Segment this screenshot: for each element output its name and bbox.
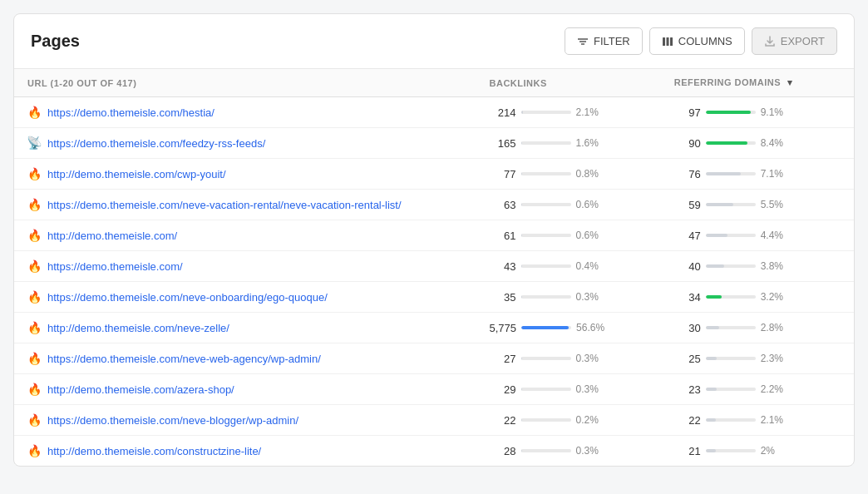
url-link[interactable]: http://demo.themeisle.com/cwp-youit/: [47, 168, 226, 180]
backlinks-cell: 63 0.6%: [476, 190, 661, 220]
referring-cell: 97 9.1%: [661, 97, 854, 128]
backlinks-cell: 61 0.6%: [476, 220, 661, 251]
backlinks-pct: 0.6%: [576, 199, 606, 210]
backlinks-bar-fill: [521, 326, 569, 329]
url-link[interactable]: https://demo.themeisle.com/: [47, 260, 183, 273]
svg-rect-4: [666, 37, 668, 46]
referring-bar-fill: [706, 172, 742, 175]
backlinks-bar-fill: [521, 203, 522, 206]
backlinks-bar-bg: [521, 449, 571, 452]
backlinks-pct: 0.4%: [576, 260, 606, 272]
referring-bar-fill: [706, 357, 718, 360]
favicon: 🔥: [27, 106, 41, 119]
referring-bar-bg: [706, 295, 756, 299]
favicon-icon: 🔥: [27, 198, 42, 211]
table-row: 🔥 https://demo.themeisle.com/hestia/ 214…: [14, 97, 854, 128]
backlinks-cell: 29 0.3%: [476, 374, 661, 405]
backlinks-cell: 43 0.4%: [476, 251, 661, 282]
referring-value: 25: [674, 353, 701, 365]
favicon: 🔥: [27, 198, 41, 211]
backlinks-value: 43: [490, 260, 516, 273]
referring-pct: 8.4%: [761, 137, 791, 149]
table-row: 🔥 https://demo.themeisle.com/neve-web-ag…: [14, 343, 854, 374]
url-link[interactable]: https://demo.themeisle.com/neve-onboardi…: [47, 291, 328, 304]
favicon-icon: 🔥: [27, 167, 42, 180]
referring-bar-fill: [706, 418, 717, 422]
referring-value: 90: [674, 137, 701, 150]
favicon: 🔥: [27, 321, 41, 334]
favicon-icon: 🔥: [27, 259, 42, 273]
url-link[interactable]: https://demo.themeisle.com/neve-web-agen…: [47, 353, 321, 365]
backlinks-value: 61: [490, 230, 516, 242]
col-referring-header[interactable]: REFERRING DOMAINS ▾: [661, 69, 854, 97]
table-row: 🔥 https://demo.themeisle.com/neve-blogge…: [14, 405, 854, 436]
backlinks-value: 35: [490, 291, 516, 304]
export-button[interactable]: EXPORT: [752, 27, 837, 55]
table-row: 🔥 http://demo.themeisle.com/neve-zelle/ …: [14, 313, 854, 343]
referring-pct: 5.5%: [761, 199, 791, 210]
filter-icon: [577, 36, 589, 47]
url-link[interactable]: http://demo.themeisle.com/neve-zelle/: [47, 322, 229, 334]
referring-value: 47: [674, 230, 701, 242]
favicon: 🔥: [27, 290, 41, 304]
favicon-icon: 🔥: [27, 290, 42, 304]
table-row: 🔥 https://demo.themeisle.com/neve-vacati…: [14, 190, 854, 220]
referring-value: 22: [674, 414, 701, 427]
backlinks-pct: 56.6%: [576, 322, 606, 333]
referring-cell: 40 3.8%: [661, 251, 854, 282]
backlinks-pct: 1.6%: [576, 137, 606, 149]
favicon: 📡: [27, 136, 41, 150]
backlinks-bar-bg: [521, 418, 571, 422]
favicon-icon: 🔥: [27, 321, 42, 334]
referring-cell: 47 4.4%: [661, 220, 854, 251]
referring-cell: 23 2.2%: [661, 374, 854, 405]
favicon: 🔥: [27, 167, 41, 180]
favicon-icon: 🔥: [27, 352, 42, 365]
url-link[interactable]: https://demo.themeisle.com/hestia/: [47, 106, 215, 119]
favicon: 🔥: [27, 229, 41, 242]
backlinks-pct: 0.8%: [576, 168, 606, 180]
referring-pct: 2.8%: [761, 322, 791, 333]
backlinks-cell: 214 2.1%: [476, 97, 661, 128]
referring-bar-bg: [706, 357, 756, 360]
header-actions: FILTER COLUMNS EXPORT: [565, 27, 837, 55]
page-header: Pages FILTER COLUMNS: [14, 14, 854, 69]
filter-button[interactable]: FILTER: [565, 27, 643, 55]
backlinks-cell: 27 0.3%: [476, 343, 661, 374]
backlinks-value: 5,775: [490, 322, 517, 334]
referring-pct: 3.2%: [761, 291, 791, 303]
referring-value: 30: [674, 322, 701, 334]
referring-bar-bg: [706, 203, 756, 206]
backlinks-cell: 35 0.3%: [476, 282, 661, 313]
referring-pct: 2%: [761, 445, 791, 457]
backlinks-pct: 2.1%: [576, 106, 606, 118]
url-cell: 🔥 http://demo.themeisle.com/: [14, 220, 476, 251]
backlinks-bar-fill: [521, 172, 522, 175]
backlinks-bar-bg: [521, 141, 571, 145]
table-row: 🔥 http://demo.themeisle.com/constructzin…: [14, 436, 854, 467]
favicon-icon: 🔥: [27, 383, 42, 396]
referring-bar-fill: [706, 234, 727, 237]
page-container: Pages FILTER COLUMNS: [13, 13, 855, 467]
referring-bar-bg: [706, 141, 756, 145]
url-cell: 🔥 http://demo.themeisle.com/cwp-youit/: [14, 159, 476, 190]
url-link[interactable]: https://demo.themeisle.com/neve-vacation…: [47, 199, 402, 211]
backlinks-bar-fill: [521, 141, 523, 145]
url-link[interactable]: https://demo.themeisle.com/feedzy-rss-fe…: [47, 137, 265, 150]
url-link[interactable]: https://demo.themeisle.com/neve-blogger/…: [47, 414, 298, 427]
referring-bar-bg: [706, 172, 756, 175]
referring-cell: 21 2%: [661, 436, 854, 467]
url-link[interactable]: http://demo.themeisle.com/constructzine-…: [47, 445, 261, 457]
url-cell: 🔥 http://demo.themeisle.com/constructzin…: [14, 436, 476, 467]
data-table: URL (1-20 OUT OF 417) BACKLINKS REFERRIN…: [14, 69, 854, 466]
referring-bar-bg: [706, 388, 756, 391]
table-container: URL (1-20 OUT OF 417) BACKLINKS REFERRIN…: [14, 69, 854, 466]
url-link[interactable]: http://demo.themeisle.com/azera-shop/: [47, 383, 234, 396]
url-link[interactable]: http://demo.themeisle.com/: [47, 230, 177, 242]
backlinks-bar-bg: [521, 357, 571, 360]
referring-bar-bg: [706, 418, 756, 422]
sort-icon: ▾: [787, 77, 793, 88]
backlinks-pct: 0.3%: [576, 353, 606, 364]
url-cell: 🔥 https://demo.themeisle.com/: [14, 251, 476, 282]
columns-button[interactable]: COLUMNS: [649, 27, 745, 55]
